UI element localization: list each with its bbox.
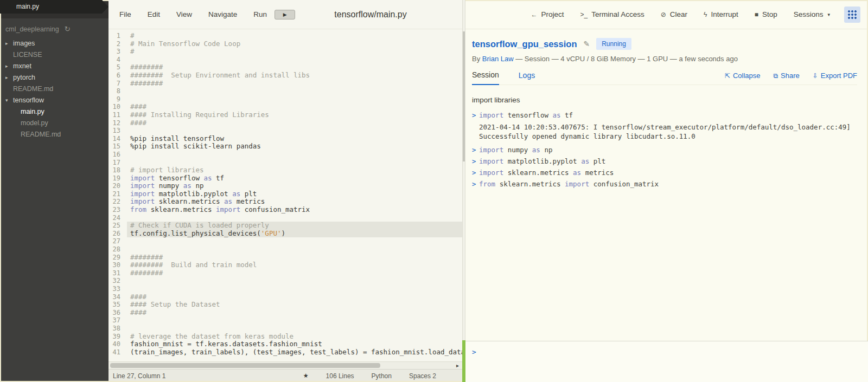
line-number: 35 bbox=[108, 301, 127, 309]
refresh-icon[interactable]: ↻ bbox=[65, 25, 71, 33]
code-line[interactable]: 37 bbox=[108, 316, 462, 325]
code-line[interactable]: 4 bbox=[108, 56, 462, 64]
tree-item-label: README.md bbox=[13, 85, 53, 93]
code-text bbox=[127, 159, 462, 167]
code-line[interactable]: 27 bbox=[108, 237, 462, 245]
session-title[interactable]: tensorflow_gpu_session bbox=[472, 39, 577, 49]
code-line[interactable]: 31######## bbox=[108, 269, 462, 277]
console-input: >import sklearn.metrics as metrics bbox=[472, 169, 857, 177]
toolbar-stop[interactable]: ■Stop bbox=[755, 10, 777, 18]
code-line[interactable]: 1# bbox=[108, 32, 462, 40]
menu-run[interactable]: Run bbox=[253, 10, 267, 18]
horizontal-scrollbar-thumb[interactable] bbox=[110, 363, 380, 368]
statusbar-right-group: ★ 106 Lines Python Spaces 2 bbox=[303, 372, 436, 380]
tab-logs[interactable]: Logs bbox=[519, 71, 535, 85]
play-icon: ▶ bbox=[283, 12, 287, 17]
code-line[interactable]: 35#### Setup the Dataset bbox=[108, 301, 462, 309]
code-line[interactable]: 19import tensorflow as tf bbox=[108, 174, 462, 183]
code-line[interactable]: 39# leverage the dataset from keras modu… bbox=[108, 333, 462, 341]
tree-item-main-py[interactable]: main.py bbox=[0, 106, 108, 117]
code-line[interactable]: 2# Main Tensorflow Code Loop bbox=[108, 40, 462, 48]
toolbar-project[interactable]: ←Project bbox=[531, 10, 564, 18]
horizontal-scrollbar[interactable]: ▸ bbox=[108, 361, 462, 369]
action-export-pdf[interactable]: ⇩Export PDF bbox=[813, 72, 857, 80]
back-arrow-icon: ← bbox=[531, 11, 537, 18]
code-line[interactable]: 11#### Installing Required Libraries bbox=[108, 111, 462, 119]
prompt-icon: > bbox=[472, 348, 476, 356]
code-line[interactable]: 22import sklearn.metrics as metrics bbox=[108, 198, 462, 206]
code-text: # Check if CUDA is loaded properly bbox=[127, 222, 462, 230]
code-line[interactable]: 14%pip install tensorflow bbox=[108, 135, 462, 143]
tree-item-model-py[interactable]: model.py bbox=[0, 117, 108, 128]
tree-item-license[interactable]: LICENSE bbox=[0, 49, 108, 60]
toolbar-sessions[interactable]: Sessions▾ bbox=[794, 10, 830, 18]
tree-item-label: LICENSE bbox=[13, 51, 42, 59]
code-line[interactable]: 17 bbox=[108, 159, 462, 167]
code-line[interactable]: 7######## bbox=[108, 80, 462, 88]
scroll-right-icon[interactable]: ▸ bbox=[456, 362, 459, 369]
menu-view[interactable]: View bbox=[176, 10, 192, 18]
code-line[interactable]: 21import matplotlib.pyplot as plt bbox=[108, 190, 462, 198]
tree-item-readme-md[interactable]: README.md bbox=[0, 128, 108, 140]
code-line[interactable]: 5######## bbox=[108, 63, 462, 72]
code-line[interactable]: 34#### bbox=[108, 293, 462, 301]
code-line[interactable]: 41(train_images, train_labels), (test_im… bbox=[108, 348, 462, 357]
code-line[interactable]: 6######## Setup Environment and install … bbox=[108, 72, 462, 80]
editor-menubar: FileEditViewNavigateRun ▶ tensorflow/mai… bbox=[108, 0, 462, 29]
user-link[interactable]: Brian Law bbox=[482, 55, 514, 63]
code-line[interactable]: 15%pip install scikit-learn pandas bbox=[108, 143, 462, 151]
code-line[interactable]: 28 bbox=[108, 245, 462, 254]
tree-item-readme-md[interactable]: README.md bbox=[0, 83, 108, 94]
language-mode[interactable]: Python bbox=[372, 372, 392, 380]
tree-item-tensorflow[interactable]: ▾tensorflow bbox=[0, 94, 108, 106]
code-area[interactable]: 1#2# Main Tensorflow Code Loop3#45######… bbox=[108, 29, 462, 361]
code-line[interactable]: 29######## bbox=[108, 254, 462, 262]
tab-session[interactable]: Session bbox=[472, 70, 499, 85]
chevron-right-icon[interactable]: ▸ bbox=[5, 41, 13, 46]
code-line[interactable]: 36#### bbox=[108, 309, 462, 317]
tree-item-mxnet[interactable]: ▸mxnet bbox=[0, 60, 108, 72]
open-file-tab[interactable]: main.py bbox=[0, 0, 108, 14]
code-line[interactable]: 38 bbox=[108, 325, 462, 333]
menu-file[interactable]: File bbox=[119, 10, 131, 18]
code-line[interactable]: 3# bbox=[108, 48, 462, 56]
console-input-area[interactable]: > bbox=[465, 341, 868, 382]
apps-grid-icon[interactable] bbox=[844, 7, 860, 23]
code-line[interactable]: 33 bbox=[108, 285, 462, 293]
indent-setting[interactable]: Spaces 2 bbox=[409, 372, 436, 380]
menu-edit[interactable]: Edit bbox=[148, 10, 160, 18]
chevron-right-icon[interactable]: ▸ bbox=[5, 75, 13, 80]
menu-navigate[interactable]: Navigate bbox=[208, 10, 237, 18]
code-line[interactable]: 18# import libraries bbox=[108, 166, 462, 174]
code-line[interactable]: 10#### bbox=[108, 103, 462, 111]
edit-icon[interactable]: ✎ bbox=[583, 40, 590, 48]
star-icon[interactable]: ★ bbox=[303, 372, 309, 379]
code-line[interactable]: 12#### bbox=[108, 119, 462, 127]
code-line[interactable]: 20import numpy as np bbox=[108, 182, 462, 190]
session-toolbar: ←Project>_Terminal Access⊘ClearϟInterrup… bbox=[465, 0, 868, 29]
code-line[interactable]: 32 bbox=[108, 277, 462, 285]
toolbar-terminal-access[interactable]: >_Terminal Access bbox=[580, 10, 644, 18]
chevron-down-icon[interactable]: ▾ bbox=[5, 98, 13, 103]
code-line[interactable]: 24 bbox=[108, 214, 462, 222]
code-line[interactable]: 26tf.config.list_physical_devices('GPU') bbox=[108, 230, 462, 238]
toolbar-interrupt[interactable]: ϟInterrupt bbox=[704, 10, 738, 18]
line-number: 26 bbox=[108, 230, 127, 238]
tree-item-images[interactable]: ▸images bbox=[0, 37, 108, 49]
tree-item-pytorch[interactable]: ▸pytorch bbox=[0, 72, 108, 83]
code-line[interactable]: 30######## Build and train model bbox=[108, 261, 462, 269]
code-line[interactable]: 16 bbox=[108, 151, 462, 159]
vertical-scrollbar-thumb[interactable] bbox=[463, 31, 465, 161]
action-share[interactable]: ⧉Share bbox=[773, 72, 799, 80]
toolbar-clear[interactable]: ⊘Clear bbox=[661, 10, 687, 18]
action-collapse[interactable]: ⇱Collapse bbox=[725, 72, 761, 80]
chevron-right-icon[interactable]: ▸ bbox=[5, 63, 13, 69]
editor-panel-divider[interactable] bbox=[462, 0, 465, 382]
code-line[interactable]: 13 bbox=[108, 127, 462, 135]
run-button[interactable]: ▶ bbox=[275, 10, 295, 20]
code-line[interactable]: 8 bbox=[108, 87, 462, 95]
code-line[interactable]: 25# Check if CUDA is loaded properly bbox=[108, 222, 462, 230]
code-line[interactable]: 9 bbox=[108, 95, 462, 103]
code-line[interactable]: 23from sklearn.metrics import confusion_… bbox=[108, 206, 462, 214]
code-line[interactable]: 40fashion_mnist = tf.keras.datasets.fash… bbox=[108, 340, 462, 348]
